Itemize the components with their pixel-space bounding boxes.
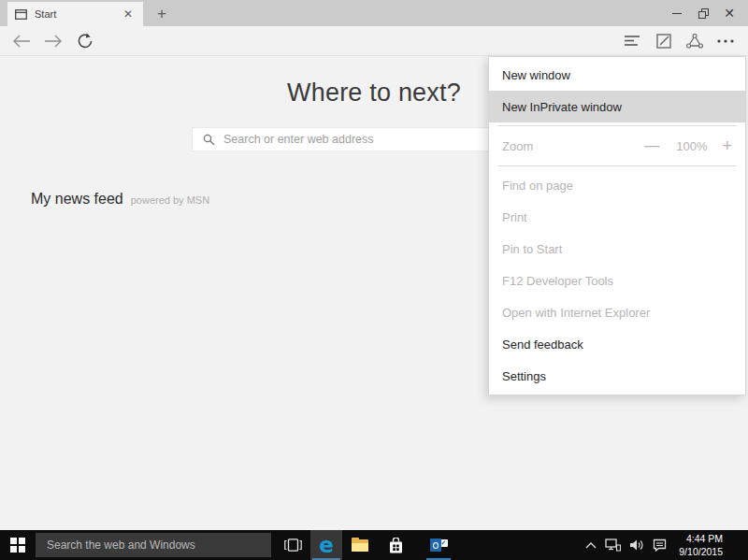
menu-item-find-on-page: Find on page (489, 169, 745, 201)
system-tray: 4:44 PM 9/10/2015 (585, 532, 748, 558)
zoom-out-button: — (644, 137, 659, 154)
page-icon (15, 9, 27, 20)
menu-item-print: Print (489, 201, 745, 233)
refresh-button[interactable] (69, 26, 101, 56)
share-icon (686, 34, 703, 49)
tab-start[interactable]: Start ✕ (7, 2, 143, 26)
network-button[interactable] (605, 538, 621, 552)
web-note-icon (656, 34, 671, 49)
volume-button[interactable] (629, 538, 644, 552)
news-feed-subtitle: powered by MSN (131, 194, 209, 206)
menu-item-zoom: Zoom—100%+ (489, 129, 745, 163)
menu-item-open-with-internet-explorer: Open with Internet Explorer (489, 296, 745, 328)
file-explorer-icon (352, 539, 368, 552)
menu-separator (498, 125, 736, 126)
taskbar-file-explorer-button[interactable] (346, 530, 374, 560)
menu-item-label: New window (502, 68, 570, 82)
toolbar-actions (617, 26, 748, 56)
restore-icon (698, 8, 709, 19)
tray-expand-button[interactable] (585, 542, 597, 549)
store-icon (388, 538, 404, 553)
menu-item-settings[interactable]: Settings (489, 360, 745, 392)
clock-date: 9/10/2015 (679, 545, 723, 558)
tab-close-icon[interactable]: ✕ (121, 7, 136, 21)
clock-time: 4:44 PM (679, 532, 723, 545)
menu-item-new-window[interactable]: New window (489, 59, 745, 91)
start-button[interactable] (0, 530, 36, 560)
more-actions-button[interactable] (710, 26, 741, 56)
taskbar-outlook-button[interactable]: ✓ (424, 530, 453, 560)
network-icon (605, 538, 621, 552)
taskbar-store-button[interactable] (381, 530, 410, 560)
tab-bar: Start ✕ + ✕ (0, 0, 748, 26)
menu-item-pin-to-start: Pin to Start (489, 233, 745, 265)
window-controls: ✕ (664, 0, 742, 26)
taskbar-search[interactable]: Search the web and Windows (36, 533, 271, 557)
zoom-in-button: + (722, 136, 732, 156)
close-button[interactable]: ✕ (716, 0, 742, 26)
menu-item-label: Find on page (502, 179, 573, 193)
more-dots-icon (717, 39, 734, 43)
tab-title: Start (35, 8, 121, 20)
taskbar-edge-button[interactable]: e (310, 530, 342, 560)
close-icon: ✕ (724, 7, 735, 20)
menu-item-new-inprivate-window[interactable]: New InPrivate window (489, 91, 745, 122)
zoom-level-value: 100% (676, 139, 707, 153)
back-button[interactable] (6, 26, 37, 56)
hub-button[interactable] (617, 26, 648, 56)
menu-item-label: Send feedback (502, 337, 583, 352)
taskbar-search-placeholder: Search the web and Windows (47, 538, 195, 552)
web-note-button[interactable] (648, 26, 679, 56)
minimize-icon (672, 13, 682, 14)
menu-item-label: New InPrivate window (502, 100, 622, 114)
menu-item-label: Pin to Start (502, 242, 562, 256)
menu-item-f12-developer-tools: F12 Developer Tools (489, 265, 745, 296)
taskbar-clock[interactable]: 4:44 PM 9/10/2015 (679, 532, 723, 558)
menu-item-label: F12 Developer Tools (502, 274, 613, 288)
refresh-icon (77, 33, 94, 50)
menu-item-label: Print (502, 210, 527, 224)
menu-item-label: Settings (502, 369, 546, 383)
windows-taskbar: Search the web and Windows e (0, 530, 748, 560)
forward-button[interactable] (37, 26, 69, 56)
back-arrow-icon (12, 35, 31, 48)
new-tab-button[interactable]: + (148, 2, 176, 26)
forward-arrow-icon (44, 35, 63, 48)
share-button[interactable] (679, 26, 710, 56)
hub-icon (625, 35, 640, 47)
more-menu: New windowNew InPrivate windowZoom—100%+… (488, 56, 746, 395)
search-icon (203, 134, 215, 146)
menu-separator (498, 165, 736, 166)
action-center-button[interactable] (653, 538, 667, 552)
restore-button[interactable] (690, 0, 716, 26)
edge-browser-window: Start ✕ + ✕ (0, 0, 748, 560)
windows-logo-icon (10, 538, 25, 553)
action-center-icon (653, 538, 667, 552)
outlook-icon: ✓ (430, 538, 448, 552)
task-view-icon (284, 538, 302, 552)
news-feed-title: My news feed (31, 191, 123, 208)
edge-icon: e (319, 535, 334, 556)
browser-toolbar (0, 26, 748, 56)
menu-item-label: Open with Internet Explorer (502, 306, 650, 320)
minimize-button[interactable] (664, 0, 690, 26)
menu-item-send-feedback[interactable]: Send feedback (489, 328, 745, 360)
news-feed-header: My news feed powered by MSN (31, 191, 209, 208)
chevron-up-icon (585, 542, 597, 549)
zoom-label: Zoom (502, 139, 644, 153)
task-view-button[interactable] (279, 530, 307, 560)
volume-icon (629, 538, 644, 552)
